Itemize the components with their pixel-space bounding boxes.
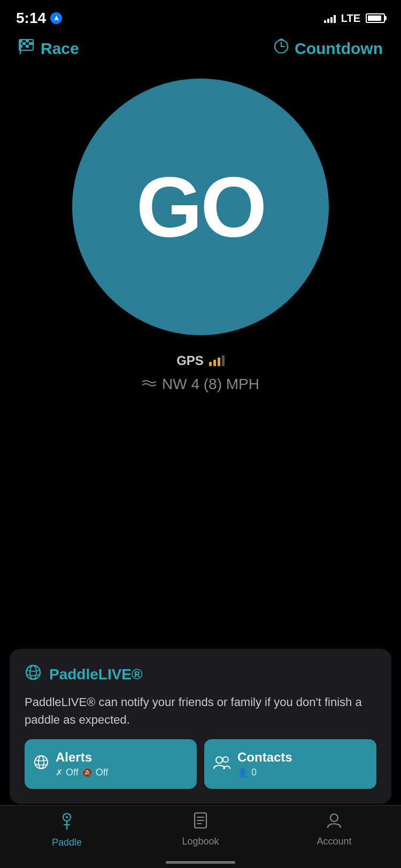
logbook-tab-icon — [192, 812, 209, 833]
gps-bar-2 — [213, 360, 216, 366]
svg-point-21 — [66, 816, 68, 818]
paddlelive-header: PaddleLIVE® — [25, 664, 376, 685]
tab-logbook-label: Logbook — [182, 836, 219, 847]
svg-point-18 — [216, 757, 222, 763]
paddlelive-card: PaddleLIVE® PaddleLIVE® can notify your … — [10, 649, 391, 804]
countdown-button[interactable]: Countdown — [273, 38, 383, 58]
go-circle[interactable]: GO — [72, 79, 329, 335]
lte-label: LTE — [341, 12, 360, 25]
signal-bar-4 — [334, 15, 336, 23]
alert-vibrate-icon: ✗ — [56, 768, 63, 778]
location-icon — [50, 12, 62, 24]
svg-marker-0 — [54, 15, 59, 21]
tab-account-label: Account — [317, 836, 351, 847]
signal-bar-3 — [330, 17, 333, 23]
tab-paddle[interactable]: Paddle — [0, 812, 134, 848]
svg-rect-3 — [26, 40, 29, 42]
home-indicator — [166, 861, 235, 864]
tab-bar: Paddle Logbook Account — [0, 805, 401, 868]
wind-icon — [142, 376, 157, 393]
race-button[interactable]: Race — [18, 38, 79, 58]
contacts-person-icon: 👤 — [237, 768, 248, 778]
svg-point-26 — [330, 814, 338, 821]
status-time: 5:14 — [16, 10, 62, 27]
contacts-icon — [213, 755, 231, 773]
gps-bar-3 — [218, 358, 220, 366]
alerts-content: Alerts ✗ Off 🔕 Off — [56, 750, 108, 778]
tab-account[interactable]: Account — [267, 812, 401, 847]
contacts-button[interactable]: Contacts 👤 0 — [204, 739, 376, 789]
alerts-sub: ✗ Off 🔕 Off — [56, 767, 108, 778]
svg-point-17 — [38, 756, 44, 769]
countdown-timer-icon — [273, 38, 289, 58]
gps-section: GPS — [0, 353, 401, 368]
tab-logbook[interactable]: Logbook — [134, 812, 267, 847]
go-circle-container[interactable]: GO — [0, 79, 401, 335]
contacts-content: Contacts 👤 0 — [237, 750, 292, 778]
svg-point-14 — [26, 665, 40, 679]
tab-paddle-label: Paddle — [52, 837, 82, 848]
svg-rect-4 — [22, 42, 26, 45]
gps-bar-4 — [222, 355, 225, 366]
svg-point-19 — [223, 757, 228, 762]
gps-signal-bars — [209, 355, 225, 366]
svg-rect-5 — [29, 42, 33, 45]
paddle-tab-icon — [59, 812, 75, 834]
paddlelive-title: PaddleLIVE® — [49, 666, 143, 683]
paddlelive-buttons: Alerts ✗ Off 🔕 Off Contacts — [25, 739, 376, 789]
race-flag-icon — [18, 38, 35, 58]
signal-bars — [324, 13, 336, 23]
alerts-icon — [33, 754, 49, 774]
svg-rect-7 — [26, 45, 29, 48]
svg-point-15 — [30, 665, 36, 679]
wind-text: NW 4 (8) MPH — [162, 376, 259, 393]
signal-bar-2 — [327, 19, 329, 23]
status-bar: 5:14 LTE — [0, 0, 401, 29]
alert-sound-icon: 🔕 — [82, 768, 92, 778]
paddlelive-description: PaddleLIVE® can notify your friends or f… — [25, 693, 376, 728]
wind-section: NW 4 (8) MPH — [0, 376, 401, 393]
alerts-button[interactable]: Alerts ✗ Off 🔕 Off — [25, 739, 197, 789]
go-text: GO — [136, 158, 265, 256]
race-label: Race — [41, 40, 79, 58]
paddlelive-icon — [25, 664, 42, 685]
svg-point-16 — [35, 756, 48, 769]
status-right: LTE — [324, 12, 385, 25]
contacts-sub: 👤 0 — [237, 767, 292, 778]
battery-icon — [366, 13, 385, 23]
countdown-label: Countdown — [295, 40, 383, 58]
account-tab-icon — [326, 812, 342, 833]
contacts-label: Contacts — [237, 750, 292, 765]
signal-bar-1 — [324, 20, 326, 23]
gps-bar-1 — [209, 362, 212, 366]
gps-label: GPS — [176, 353, 204, 368]
battery-fill — [368, 15, 381, 21]
header: Race Countdown — [0, 29, 401, 68]
alerts-label: Alerts — [56, 750, 108, 765]
